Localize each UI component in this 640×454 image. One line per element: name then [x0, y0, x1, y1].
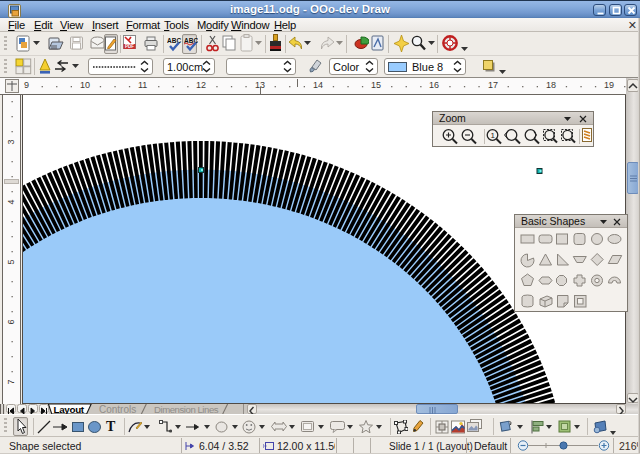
svg-text:ABC: ABC	[167, 37, 181, 44]
svg-text:PDF: PDF	[125, 44, 134, 49]
svg-text:1: 1	[491, 131, 496, 140]
